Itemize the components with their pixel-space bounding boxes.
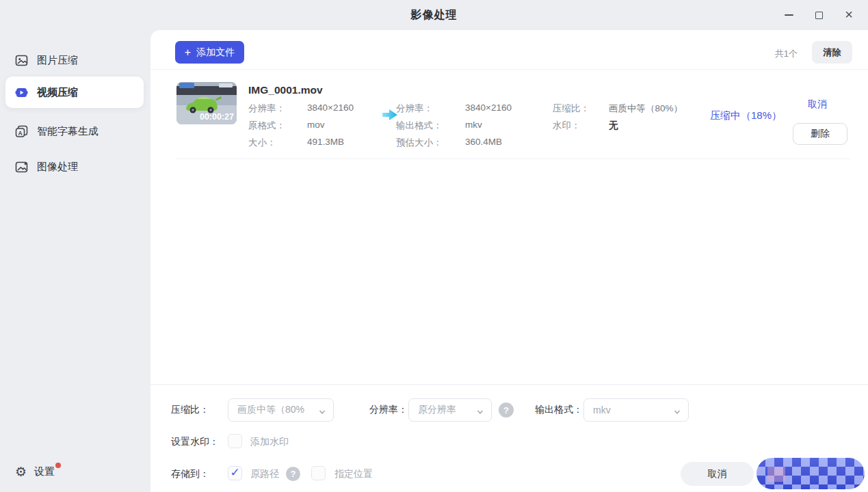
resolution-dropdown-value: 原分辨率 (418, 404, 456, 416)
output-size-value: 360.4MB (465, 137, 502, 149)
resolution-dropdown[interactable]: 原分辨率 (408, 398, 492, 422)
original-path-label: 原路径 (250, 468, 279, 480)
delete-button[interactable]: 删除 (793, 123, 847, 145)
clear-button[interactable]: 清除 (812, 41, 852, 64)
watermark-value: 无 (609, 120, 618, 132)
close-button[interactable]: × (834, 0, 864, 30)
image-icon (15, 54, 28, 67)
ratio-label: 压缩比： (553, 102, 609, 115)
gear-icon: ⚙ (15, 465, 27, 478)
plus-icon: + (185, 47, 191, 58)
watermark-label: 水印： (553, 120, 609, 132)
main-panel: + 添加文件 共1个 清除 00:00:27 IM (150, 30, 868, 492)
original-path-checkbox[interactable]: ✓ (228, 466, 242, 480)
settings-label: 设置 (34, 465, 55, 477)
thumbnail-duration: 00:00:27 (200, 112, 234, 122)
add-file-label: 添加文件 (196, 46, 235, 59)
close-icon: × (845, 8, 853, 21)
ratio-setting-label: 压缩比： (171, 404, 209, 416)
app-window: 影像处理 × 图片压缩 视频压缩 A 智能字幕生成 图像处理 ⚙ 设 (0, 0, 868, 492)
output-format-value: mkv (465, 120, 482, 132)
maximize-button[interactable] (804, 0, 834, 30)
window-controls: × (774, 0, 864, 30)
format-dropdown-value: mkv (593, 405, 611, 415)
sidebar-item-subtitle-generate[interactable]: A 智能字幕生成 (5, 118, 144, 145)
sidebar-item-image-process[interactable]: 图像处理 (5, 153, 144, 180)
original-path-help-icon[interactable]: ? (286, 467, 300, 481)
chevron-down-icon (477, 407, 484, 413)
row-divider (176, 159, 851, 159)
sidebar-item-label: 图片压缩 (37, 54, 78, 67)
check-icon: ✓ (230, 465, 239, 480)
image-plus-icon (15, 161, 28, 174)
censored-primary-button[interactable] (757, 458, 865, 489)
subtitle-icon: A (15, 125, 28, 138)
notification-dot (55, 463, 61, 468)
add-watermark-checkbox[interactable] (228, 434, 242, 448)
output-size-label: 预估大小： (396, 137, 465, 149)
sidebar-item-label: 视频压缩 (37, 86, 78, 99)
output-resolution-value: 3840×2160 (465, 102, 512, 115)
video-thumbnail: 00:00:27 (176, 82, 237, 124)
minimize-icon (785, 14, 793, 16)
source-format-label: 原格式： (248, 120, 307, 132)
video-icon (15, 86, 28, 99)
ratio-dropdown-value: 画质中等（80% (237, 404, 304, 416)
sidebar-item-label: 智能字幕生成 (37, 125, 98, 138)
custom-path-label: 指定位置 (334, 468, 373, 480)
bottom-cancel-button[interactable]: 取消 (681, 462, 754, 486)
sidebar-item-video-compress[interactable]: 视频压缩 (5, 77, 144, 108)
resolution-setting-label: 分辨率： (369, 404, 408, 416)
source-resolution-value: 3840×2160 (307, 102, 354, 115)
minimize-button[interactable] (774, 0, 804, 30)
custom-path-checkbox[interactable] (311, 466, 326, 480)
sidebar-item-settings[interactable]: ⚙ 设置 (15, 461, 55, 482)
output-resolution-label: 分辨率： (396, 102, 465, 115)
file-name: IMG_0001.mov (248, 84, 323, 96)
format-setting-label: 输出格式： (535, 404, 583, 416)
ratio-dropdown[interactable]: 画质中等（80% (228, 398, 334, 422)
save-to-label: 存储到： (171, 468, 209, 480)
add-file-button[interactable]: + 添加文件 (175, 41, 244, 64)
chevron-down-icon (674, 407, 681, 413)
toolbar-divider (150, 69, 868, 70)
window-title: 影像处理 (0, 0, 868, 30)
sidebar-item-label: 图像处理 (37, 161, 78, 174)
source-size-value: 491.3MB (307, 137, 344, 149)
compress-progress: 压缩中（18%） (710, 109, 782, 122)
chevron-down-icon (319, 407, 326, 413)
panel-divider (150, 384, 868, 385)
format-dropdown[interactable]: mkv (583, 398, 689, 422)
ratio-value: 画质中等（80%） (609, 102, 683, 115)
sidebar-item-image-compress[interactable]: 图片压缩 (5, 46, 144, 74)
source-resolution-label: 分辨率： (248, 102, 307, 115)
output-format-label: 输出格式： (396, 120, 465, 132)
source-format-value: mov (307, 120, 325, 132)
svg-text:A: A (18, 129, 22, 136)
cancel-task-link[interactable]: 取消 (808, 98, 827, 111)
add-watermark-label: 添加水印 (250, 436, 289, 448)
maximize-icon (815, 12, 823, 19)
watermark-setting-label: 设置水印： (171, 436, 219, 448)
file-count-label: 共1个 (775, 48, 798, 60)
source-size-label: 大小： (248, 137, 307, 149)
titlebar: 影像处理 × (0, 0, 868, 30)
resolution-help-icon[interactable]: ? (499, 402, 514, 418)
